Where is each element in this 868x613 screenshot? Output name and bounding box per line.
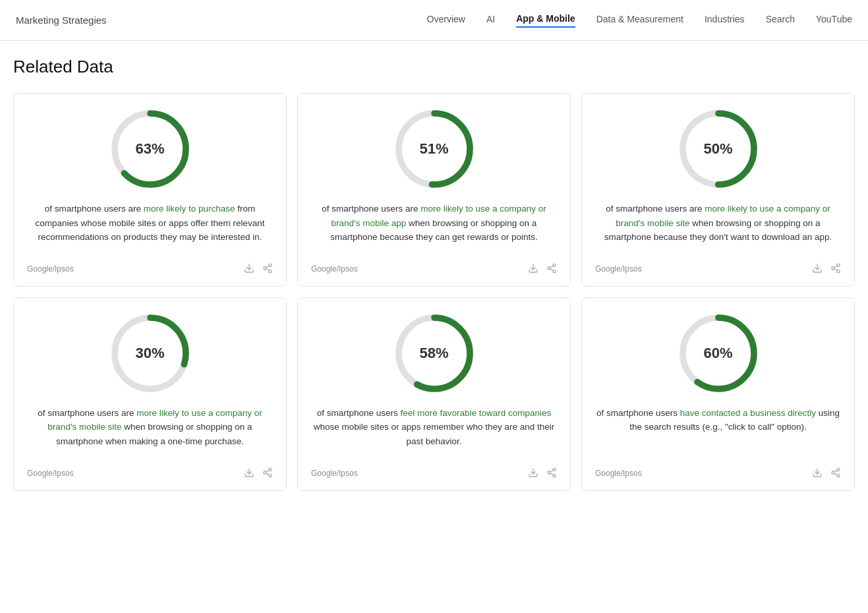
app-title: Marketing Strategies [16, 15, 107, 26]
card-1-icons [244, 263, 273, 276]
cards-grid: 63%of smartphone users are more likely t… [13, 93, 855, 491]
card-1-footer: Google/Ipsos [27, 258, 273, 276]
svg-line-47 [834, 470, 838, 472]
nav-item-app---mobile[interactable]: App & Mobile [516, 13, 575, 28]
card-6-donut: 60% [679, 314, 758, 393]
card-4-source: Google/Ipsos [27, 469, 244, 478]
card-4-icons [244, 467, 273, 480]
header: Marketing Strategies OverviewAIApp & Mob… [0, 0, 868, 41]
card-3-text: of smartphone users are more likely to u… [595, 202, 841, 245]
card-2-share-icon[interactable] [546, 263, 557, 276]
card-4-share-icon[interactable] [262, 467, 273, 480]
card-3-source: Google/Ipsos [595, 264, 812, 274]
svg-line-22 [834, 269, 838, 271]
svg-line-7 [266, 266, 270, 268]
card-1-text: of smartphone users are more likely to p… [27, 202, 273, 245]
card-3-share-icon[interactable] [830, 263, 841, 276]
card-6: 60%of smartphone users have contacted a … [581, 297, 855, 491]
card-3-download-icon[interactable] [812, 263, 823, 276]
card-1-highlight: more likely to purchase [144, 204, 235, 214]
main-content: Related Data 63%of smartphone users are … [0, 41, 868, 507]
nav-item-industries[interactable]: Industries [705, 14, 745, 27]
card-2-footer: Google/Ipsos [311, 258, 557, 276]
card-6-icons [812, 467, 841, 480]
card-1-source: Google/Ipsos [27, 264, 244, 274]
card-5-text: of smartphone users feel more favorable … [311, 406, 557, 449]
card-6-footer: Google/Ipsos [595, 462, 841, 480]
svg-line-38 [550, 473, 554, 475]
card-3-icons [812, 263, 841, 276]
card-1-download-icon[interactable] [244, 263, 254, 276]
card-5-share-icon[interactable] [546, 467, 557, 480]
svg-line-30 [266, 473, 270, 475]
nav-item-data---measurement[interactable]: Data & Measurement [596, 14, 683, 27]
card-2-highlight: more likely to use a company or brand's … [332, 204, 546, 228]
card-1: 63%of smartphone users are more likely t… [13, 93, 287, 287]
card-6-source: Google/Ipsos [595, 469, 812, 478]
card-6-share-icon[interactable] [830, 467, 841, 480]
card-3-highlight: more likely to use a company or brand's … [616, 204, 830, 228]
card-2-donut: 51% [395, 109, 474, 189]
card-5: 58%of smartphone users feel more favorab… [297, 297, 571, 491]
svg-line-6 [266, 269, 270, 271]
card-5-source: Google/Ipsos [311, 469, 528, 478]
nav-item-overview[interactable]: Overview [427, 14, 465, 27]
card-2: 51%of smartphone users are more likely t… [297, 93, 571, 287]
svg-line-15 [550, 266, 554, 268]
card-5-donut: 58% [395, 314, 474, 393]
card-6-download-icon[interactable] [812, 467, 823, 480]
card-4-highlight: more likely to use a company or brand's … [47, 408, 262, 432]
nav-item-ai[interactable]: AI [486, 14, 495, 27]
svg-line-39 [550, 470, 554, 472]
card-5-highlight: feel more favorable toward companies [400, 408, 551, 418]
card-4-footer: Google/Ipsos [27, 462, 273, 480]
card-6-text: of smartphone users have contacted a bus… [595, 406, 841, 449]
card-4: 30%of smartphone users are more likely t… [13, 297, 287, 491]
card-2-text: of smartphone users are more likely to u… [311, 202, 557, 245]
card-4-download-icon[interactable] [244, 467, 254, 480]
card-3-percent: 50% [703, 140, 732, 158]
card-4-text: of smartphone users are more likely to u… [27, 406, 273, 449]
svg-line-23 [834, 266, 838, 268]
card-5-icons [528, 467, 557, 480]
card-1-percent: 63% [135, 140, 164, 158]
card-2-source: Google/Ipsos [311, 264, 528, 274]
card-2-download-icon[interactable] [528, 263, 538, 276]
card-5-download-icon[interactable] [528, 467, 538, 480]
card-2-percent: 51% [419, 140, 448, 158]
card-5-footer: Google/Ipsos [311, 462, 557, 480]
card-4-percent: 30% [135, 345, 164, 362]
card-3-footer: Google/Ipsos [595, 258, 841, 276]
card-3: 50%of smartphone users are more likely t… [581, 93, 855, 287]
card-1-share-icon[interactable] [262, 263, 273, 276]
main-nav: OverviewAIApp & MobileData & Measurement… [427, 13, 852, 28]
card-1-donut: 63% [111, 109, 190, 189]
nav-item-search[interactable]: Search [766, 14, 795, 27]
nav-item-youtube[interactable]: YouTube [816, 14, 852, 27]
card-5-percent: 58% [419, 345, 448, 362]
card-3-donut: 50% [679, 109, 758, 189]
card-6-percent: 60% [703, 345, 732, 362]
page-title: Related Data [13, 57, 855, 77]
svg-line-14 [550, 269, 554, 271]
card-6-highlight: have contacted a business directly [680, 408, 816, 418]
svg-line-46 [834, 473, 838, 475]
svg-line-31 [266, 470, 270, 472]
card-2-icons [528, 263, 557, 276]
card-4-donut: 30% [111, 314, 190, 393]
